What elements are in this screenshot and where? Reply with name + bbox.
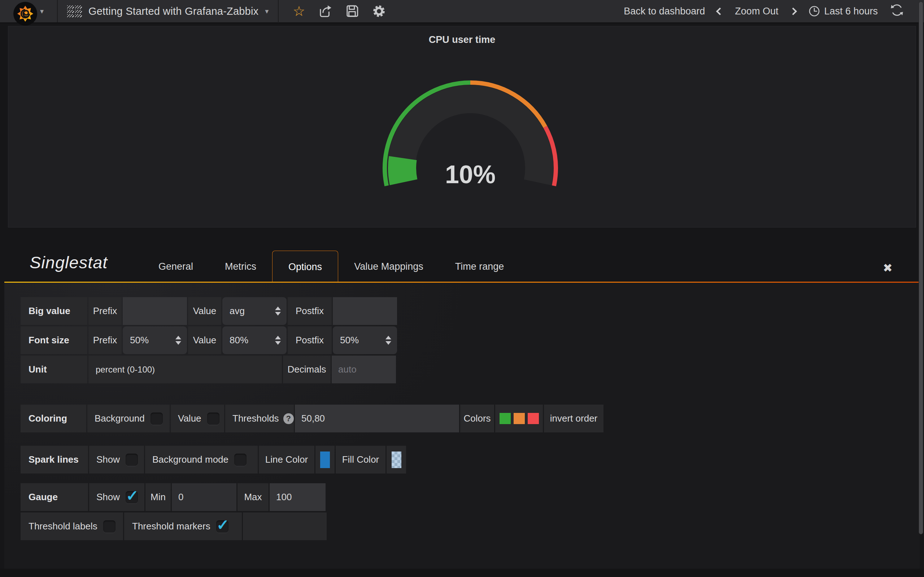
dashboard-title: Getting Started with Grafana-Zabbix <box>89 5 258 17</box>
grafana-app: ▾ Getting Started with Grafana-Zabbix ▾ … <box>0 0 924 577</box>
time-range-label: Last 6 hours <box>824 6 878 17</box>
fill-color-swatch[interactable] <box>392 451 401 468</box>
line-color-label: Line Color <box>259 446 314 474</box>
gauge-show-toggle[interactable]: Show ✓ <box>89 483 144 511</box>
time-range-picker[interactable]: Last 6 hours <box>808 5 878 17</box>
value-checkbox[interactable]: ✓ <box>207 413 220 425</box>
threshold-color-swatch-green[interactable] <box>499 413 511 424</box>
tab-value-mappings[interactable]: Value Mappings <box>338 251 439 283</box>
grafana-logo-icon <box>13 2 37 26</box>
select-spinner-icon <box>386 336 391 345</box>
fill-color-cell <box>386 446 406 474</box>
unit-picker[interactable]: percent (0-100) <box>89 356 282 384</box>
threshold-labels-toggle[interactable]: Threshold labels ✓ <box>21 513 123 540</box>
coloring-table: Coloring Background ✓ Value ✓ Thresholds… <box>21 405 604 432</box>
postfix-font-size-select[interactable]: 50% <box>333 326 397 354</box>
settings-button[interactable] <box>371 3 387 19</box>
select-spinner-icon <box>175 336 181 345</box>
star-icon: ☆ <box>293 4 305 18</box>
gauge-row: Gauge Show ✓ Min Max <box>21 483 327 511</box>
gauge-value-text: 10% <box>445 161 496 189</box>
editor-panel-type-title: Singlestat <box>30 253 108 272</box>
time-shift-back-icon[interactable] <box>716 7 724 15</box>
max-label: Max <box>237 483 268 511</box>
spark-lines-row: Spark lines Show ✓ Background mode ✓ Lin… <box>21 446 406 474</box>
time-shift-forward-icon[interactable] <box>789 7 797 15</box>
threshold-markers-toggle[interactable]: Threshold markers ✓ <box>124 513 242 540</box>
invert-order-link[interactable]: invert order <box>544 405 604 432</box>
tab-general[interactable]: General <box>142 251 209 283</box>
background-mode-checkbox[interactable]: ✓ <box>234 454 247 466</box>
panel-title[interactable]: CPU user time <box>8 26 916 45</box>
clock-icon <box>808 5 821 17</box>
coloring-label: Coloring <box>21 405 86 432</box>
gauge-options-table: Gauge Show ✓ Min Max Threshold labels ✓ … <box>21 483 327 540</box>
big-value-row: Big value Prefix Value avg Postfix <box>21 297 397 325</box>
vertical-scrollbar[interactable] <box>919 2 923 534</box>
tab-metrics[interactable]: Metrics <box>209 251 272 283</box>
prefix-label: Prefix <box>89 297 122 325</box>
close-editor-icon[interactable]: ✖ <box>883 261 893 275</box>
help-icon[interactable]: ? <box>283 413 294 424</box>
threshold-color-swatch-red[interactable] <box>528 413 539 424</box>
dashboard-grid-icon <box>67 5 82 17</box>
save-dashboard-button[interactable] <box>344 3 360 19</box>
select-spinner-icon <box>275 306 281 316</box>
grafana-logo-menu[interactable]: ▾ <box>0 0 58 23</box>
decimals-label: Decimals <box>283 356 331 384</box>
top-navbar: ▾ Getting Started with Grafana-Zabbix ▾ … <box>0 0 924 23</box>
thresholds-label-cell: Thresholds ? <box>225 405 294 432</box>
value-options-table: Big value Prefix Value avg Postfix Font … <box>21 297 397 384</box>
logo-dropdown-caret-icon: ▾ <box>40 7 44 16</box>
unit-label: Unit <box>21 356 87 384</box>
line-color-swatch[interactable] <box>320 451 330 468</box>
value-font-size-select[interactable]: 80% <box>222 326 287 354</box>
value-label: Value <box>188 326 221 354</box>
background-mode-toggle[interactable]: Background mode ✓ <box>145 446 258 474</box>
refresh-icon <box>890 3 904 17</box>
singlestat-panel: CPU user time 10% <box>8 26 916 227</box>
decimals-input[interactable] <box>332 356 396 384</box>
back-to-dashboard-link[interactable]: Back to dashboard <box>624 6 705 17</box>
big-value-prefix-input[interactable] <box>123 297 187 325</box>
coloring-background-toggle[interactable]: Background ✓ <box>87 405 170 432</box>
coloring-value-toggle[interactable]: Value ✓ <box>171 405 224 432</box>
show-checkbox[interactable]: ✓ <box>126 491 138 503</box>
gauge-visualization: 10% <box>376 80 564 214</box>
sparkline-show-toggle[interactable]: Show ✓ <box>89 446 144 474</box>
gauge-max-input[interactable] <box>270 483 326 511</box>
tab-time-range[interactable]: Time range <box>439 251 520 283</box>
prefix-font-size-select[interactable]: 50% <box>123 326 187 354</box>
big-value-label: Big value <box>21 297 87 325</box>
show-checkbox[interactable]: ✓ <box>126 454 138 466</box>
threshold-labels-checkbox[interactable]: ✓ <box>103 521 115 533</box>
thresholds-input[interactable] <box>295 405 459 432</box>
editor-tabs: General Metrics Options Value Mappings T… <box>142 251 520 283</box>
refresh-button[interactable] <box>890 3 904 19</box>
spark-lines-label: Spark lines <box>21 446 88 474</box>
zoom-out-button[interactable]: Zoom Out <box>735 6 778 17</box>
prefix-label: Prefix <box>89 326 122 354</box>
star-dashboard-button[interactable]: ☆ <box>291 3 307 19</box>
save-icon <box>345 4 360 18</box>
gauge-label: Gauge <box>21 483 88 511</box>
fill-color-label: Fill Color <box>336 446 386 474</box>
font-size-label: Font size <box>21 326 87 354</box>
coloring-row: Coloring Background ✓ Value ✓ Thresholds… <box>21 405 604 432</box>
background-checkbox[interactable]: ✓ <box>150 413 163 425</box>
threshold-color-swatch-orange[interactable] <box>514 413 525 424</box>
tab-options[interactable]: Options <box>272 251 338 283</box>
dashboard-title-picker[interactable]: Getting Started with Grafana-Zabbix ▾ <box>58 0 278 23</box>
postfix-label: Postfix <box>288 326 332 354</box>
big-value-postfix-input[interactable] <box>333 297 397 325</box>
spark-lines-table: Spark lines Show ✓ Background mode ✓ Lin… <box>21 446 406 474</box>
share-icon <box>318 4 333 18</box>
min-label: Min <box>145 483 171 511</box>
gear-icon <box>372 4 386 18</box>
empty-cell <box>243 513 327 540</box>
value-label: Value <box>188 297 221 325</box>
big-value-stat-select[interactable]: avg <box>222 297 287 325</box>
threshold-markers-checkbox[interactable]: ✓ <box>216 521 228 533</box>
gauge-min-input[interactable] <box>172 483 236 511</box>
share-dashboard-button[interactable] <box>318 3 333 19</box>
